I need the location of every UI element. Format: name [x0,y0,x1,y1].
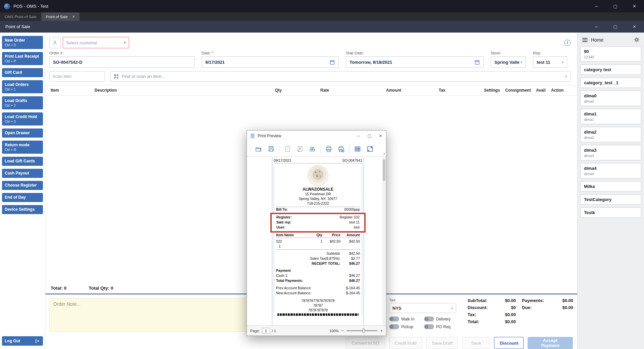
toggle-switch-icon[interactable] [424,316,434,321]
category-card[interactable]: dima0 dima0 [580,91,641,106]
page-number-input[interactable] [262,328,270,334]
po-req-toggle[interactable]: PO Req. [424,324,459,329]
accept-payment-button[interactable]: Accept Payment [528,337,573,349]
calendar-icon[interactable] [474,59,480,65]
print-last-receipt-button[interactable]: Print Last Receipt Ctrl + P [2,52,43,65]
chevron-down-icon[interactable]: ▾ [565,74,567,78]
toggle-switch-icon[interactable] [424,324,434,329]
inner-minimize-icon[interactable]: ─ [587,21,606,33]
toolbar-overflow-chevron-icon[interactable]: ▾ [383,153,385,156]
tab-close-icon[interactable]: × [72,14,75,19]
customer-row: Select customer ▾ i [45,33,577,50]
dialog-minimize-icon[interactable]: ─ [353,131,364,141]
load-drafts-button[interactable]: Load Drafts Ctrl + 2 [2,96,43,109]
customer-icon-button[interactable] [49,37,61,48]
save-draft-button[interactable]: Save Draft [426,337,458,349]
toggle-label: Walk In [401,317,415,321]
return-mode-button[interactable]: Return mode Ctrl + R [2,141,43,154]
save-icon[interactable] [266,144,276,154]
inner-window-title: Point of Sale [0,24,30,29]
menu-icon[interactable] [582,38,588,42]
rep-dropdown[interactable]: test 11 ▾ [533,56,567,68]
credit-hold-button[interactable]: Credit Hold [389,337,422,349]
tab-label: Point of Sale [46,15,68,19]
pickup-toggle[interactable]: Pickup [389,324,424,329]
calendar-icon[interactable] [329,59,335,65]
convert-to-so-button[interactable]: Convert to SO [346,337,385,349]
walk-in-toggle[interactable]: Walk In [389,316,424,321]
category-card[interactable]: Testk [580,207,641,218]
inner-maximize-icon[interactable]: ▢ [606,21,625,33]
zoom-in-button[interactable]: + [380,329,383,333]
end-of-day-button[interactable]: End of Day [2,193,43,202]
tab-point-of-sale[interactable]: Point of Sale × [41,12,79,21]
log-out-button[interactable]: Log Out [2,336,43,346]
button-shortcut: Ctrl + R [5,148,40,152]
category-card[interactable]: TestCategory [580,194,641,205]
category-card[interactable]: Milka [580,181,641,192]
toggle-switch-icon[interactable] [389,316,399,321]
scrollbar-thumb[interactable] [383,159,385,181]
category-title: dima4 [584,166,638,171]
table-view-icon[interactable] [353,144,363,154]
select-customer-dropdown[interactable]: Select customer ▾ [63,37,129,48]
scan-item-input[interactable] [49,71,105,82]
category-card[interactable]: category_test _1 [580,78,641,88]
dialog-close-icon[interactable]: ✕ [375,131,386,141]
date-field: Date: * 9/17/2021 [202,51,339,68]
load-credit-hold-button[interactable]: Load Credit Hold Ctrl + 3 [2,112,43,126]
fullscreen-icon[interactable] [365,144,375,154]
gift-card-button[interactable]: Gift Card [2,68,43,77]
category-card[interactable]: dima1 dima1 [580,109,641,124]
tax-dropdown[interactable]: NYS ▾ [389,303,456,313]
open-drawer-button[interactable]: Open Drawer [2,129,43,138]
dialog-titlebar[interactable]: Print Preview ─ ▢ ✕ [247,131,386,141]
tab-oms-point-of-sale[interactable]: OMS Point of Sale [0,12,41,21]
zoom-slider[interactable] [346,330,377,331]
zoom-out-button[interactable]: − [341,329,344,333]
find-binoculars-icon[interactable] [307,144,317,154]
device-settings-button[interactable]: Device Settings [2,205,43,214]
required-asterisk: * [212,51,213,55]
chevron-down-icon: ▾ [124,41,126,45]
help-page-icon[interactable]: ? [282,144,292,154]
maximize-icon[interactable]: ▢ [606,0,625,12]
toggle-switch-icon[interactable] [389,324,399,329]
cash-payout-button[interactable]: Cash Payout [2,169,43,178]
print-setup-icon[interactable] [336,144,346,154]
find-item-search[interactable]: Find or scan an item... ▾ [110,71,571,82]
ship-date-input[interactable]: Tomorrow, 9/18/2021 [346,56,484,68]
print-icon[interactable] [324,144,334,154]
category-card[interactable]: category test [580,64,641,75]
category-card[interactable]: 90 12345 [580,46,641,62]
gear-icon[interactable] [634,37,640,43]
receipt-address-2: Spring Valley, NY, 10977 [276,196,360,201]
minimize-icon[interactable]: ─ [587,0,606,12]
dialog-maximize-icon[interactable]: ▢ [364,131,375,141]
payments-value: $0.00 [562,298,573,303]
button-label: Cash Payout [5,171,40,176]
column-settings: Settings [484,88,505,93]
save-button[interactable]: Save [462,337,490,349]
inner-close-icon[interactable]: ✕ [625,21,644,33]
open-file-icon[interactable] [254,144,264,154]
category-card[interactable]: dima2 dima2 [580,127,641,142]
new-order-button[interactable]: New Order Ctrl + 0 [2,36,43,49]
zoom-slider-thumb[interactable] [363,329,365,333]
load-gift-cards-button[interactable]: Load Gift Cards [2,157,43,166]
category-card[interactable]: dima4 dima4 [580,163,641,179]
date-input[interactable]: 9/17/2021 [202,56,339,68]
delivery-toggle[interactable]: Delivery [424,316,459,321]
order-number-input[interactable]: SO-0047542-D [49,56,195,68]
preview-scrollbar[interactable] [382,157,386,326]
discount-button[interactable]: Discount [494,337,524,349]
page-setup-icon[interactable] [295,144,305,154]
clipped-footer-text [277,313,359,316]
category-card[interactable]: dima3 dima3 [580,145,641,160]
info-icon[interactable]: i [564,40,571,46]
zoom-level: 100% [329,329,339,333]
load-orders-button[interactable]: Load Orders Ctrl + 1 [2,80,43,93]
close-icon[interactable]: ✕ [625,0,644,12]
store-dropdown[interactable]: Spring Valle ▾ [491,56,526,68]
choose-register-button[interactable]: Choose Register [2,181,43,190]
